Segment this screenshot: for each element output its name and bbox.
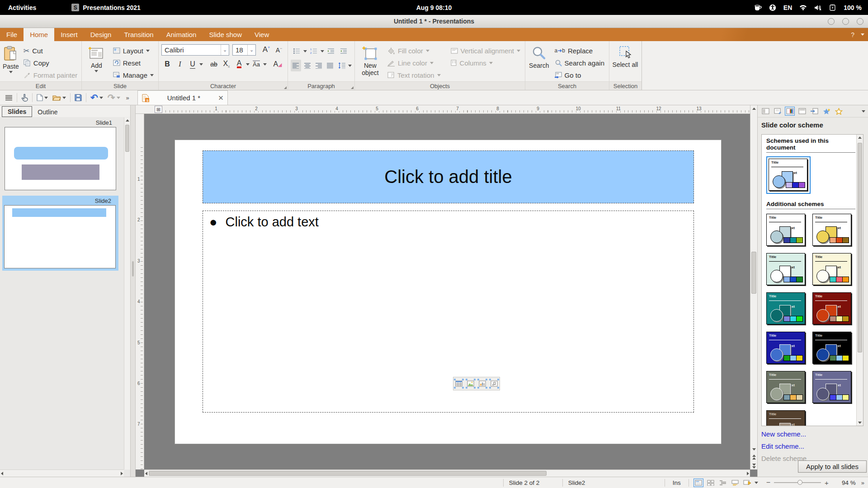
vertical-ruler[interactable]: 1234567 [136,114,144,469]
decrease-font-button[interactable]: A− [273,44,285,56]
format-painter-button[interactable]: Format painter [22,70,80,80]
window-title-bar[interactable]: Untitled 1 * - Presentations [0,15,868,28]
tab-outline[interactable]: Outline [32,107,63,117]
new-object-button[interactable]: New object [358,44,383,81]
insert-table-button[interactable] [454,379,463,388]
apply-to-all-slides-button[interactable]: Apply to all slides [798,460,867,473]
scheme-thumb-additional-11[interactable]: TitleText [766,410,805,426]
task-pane-menu-icon[interactable] [862,110,865,113]
insert-chart-button[interactable] [478,379,487,388]
scheme-thumb-additional-2[interactable]: TitleText [812,214,851,246]
slide-name[interactable]: Slide2 [563,479,665,486]
menu-item-transition[interactable]: Transition [118,28,160,41]
add-slide-button[interactable]: Add [85,44,108,81]
object-animation-tab-icon[interactable] [821,107,831,116]
zoom-slider-thumb[interactable] [797,480,802,485]
menu-item-animation[interactable]: Animation [160,28,203,41]
scheme-thumb-additional-9[interactable]: TitleText [766,371,805,403]
align-center-button[interactable] [302,60,312,71]
zoom-slider[interactable] [774,482,821,483]
edit-scheme-link[interactable]: Edit scheme... [758,440,868,452]
change-case-caret-icon[interactable] [263,63,267,66]
insert-media-button[interactable] [490,379,499,388]
statusbar-overflow-icon[interactable]: » [858,479,868,486]
scroll-down-icon[interactable] [752,448,756,450]
zoom-in-icon[interactable]: + [825,479,829,487]
bullets-caret-icon[interactable] [303,50,307,52]
tab-close-icon[interactable]: ✕ [218,94,224,102]
zoom-level[interactable]: 94 % [832,479,858,486]
clock[interactable]: Aug 9 08:10 [416,4,452,11]
justify-button[interactable] [325,60,335,71]
slides-panel-vscrollbar[interactable] [124,117,130,469]
zoom-out-icon[interactable]: − [766,479,770,487]
toolbar-overflow-icon[interactable]: » [123,94,133,101]
fill-color-button[interactable]: Fill color [386,45,443,56]
menu-item-file[interactable]: File [0,28,24,41]
body-placeholder[interactable]: ●Click to add text [203,211,694,413]
slides-panel-hscrollbar[interactable] [0,469,124,477]
maximize-button[interactable] [842,18,849,25]
slide2-thumbnail[interactable] [4,205,116,268]
tab-slides[interactable]: Slides [2,106,32,117]
copy-button[interactable]: Copy [22,57,80,68]
font-size-combo[interactable]: 18 ⌄ [232,44,256,56]
slide-design-tab-icon[interactable] [773,107,783,116]
layout-button[interactable]: Layout [111,45,156,56]
new-document-button[interactable] [34,92,50,103]
touch-mode-button[interactable] [19,92,30,103]
manage-button[interactable]: Manage [111,70,156,80]
slide1-thumbnail[interactable] [5,127,116,190]
align-left-button[interactable] [291,60,301,71]
increase-indent-button[interactable] [325,45,337,57]
object-properties-tab-icon[interactable] [760,107,770,116]
transition-tab-icon[interactable] [809,107,819,116]
title-placeholder[interactable]: Click to add title [203,150,694,203]
slide-layout-tab-icon[interactable] [797,107,807,116]
font-color-caret-icon[interactable] [246,63,250,66]
color-scheme-tab-icon[interactable] [785,107,795,116]
scheme-list-scrollbar[interactable] [856,135,863,426]
slideshow-button[interactable] [742,479,752,487]
change-case-button[interactable]: Äa [250,58,262,70]
menu-item-home[interactable]: Home [24,28,54,41]
cut-button[interactable]: ✂ Cut [22,45,80,56]
save-button[interactable] [72,92,84,103]
columns-button[interactable]: Columns [449,57,522,68]
redo-button[interactable]: ↷ [105,92,123,103]
goto-button[interactable]: Go to [553,70,606,80]
menu-item-slide-show[interactable]: Slide show [203,28,248,41]
slide-sorter-view-button[interactable] [706,479,716,487]
underline-button[interactable]: U [187,58,198,70]
new-scheme-link[interactable]: New scheme... [758,428,868,440]
italic-button[interactable]: I [174,58,186,70]
slide-editing-area[interactable]: Click to add title ●Click to add text [175,140,722,444]
scheme-thumb-additional-10[interactable]: TitleText [812,371,851,403]
activities-button[interactable]: Activities [0,4,44,11]
strikethrough-button[interactable]: ab [208,58,220,70]
close-button[interactable] [857,18,863,25]
outline-view-button[interactable] [718,479,728,487]
reset-formatting-button[interactable]: A◢ [272,58,283,70]
reset-button[interactable]: Reset [111,57,156,68]
replace-button[interactable]: a➜b Replace [553,45,606,56]
next-slide-button[interactable] [752,464,756,469]
horizontal-ruler[interactable]: 12345678910111213 ⊞ [136,105,750,114]
increase-font-button[interactable]: A+ [260,44,272,56]
scheme-thumb-additional-8[interactable]: TitleText [812,332,851,364]
undo-button[interactable]: ↶ [88,92,105,103]
ribbon-collapse-icon[interactable] [861,33,864,36]
app-menu[interactable]: S Presentations 2021 [71,4,141,11]
subscript-button[interactable]: Xx [221,58,232,70]
align-right-button[interactable] [314,60,324,71]
selected-scheme[interactable]: TitleText [766,156,811,194]
normal-view-button[interactable] [693,479,703,487]
select-all-button[interactable]: Select all [612,44,638,81]
scheme-thumb-additional-5[interactable]: TitleText [766,292,805,324]
line-color-button[interactable]: Line color [386,57,443,68]
text-rotation-button[interactable]: Text rotation [386,70,443,80]
scheme-thumb-additional-3[interactable]: TitleText [766,253,805,285]
scheme-thumb-additional-1[interactable]: TitleText [766,214,805,246]
bullets-button[interactable] [291,45,302,57]
slide-count[interactable]: Slide 2 of 2 [504,479,562,486]
